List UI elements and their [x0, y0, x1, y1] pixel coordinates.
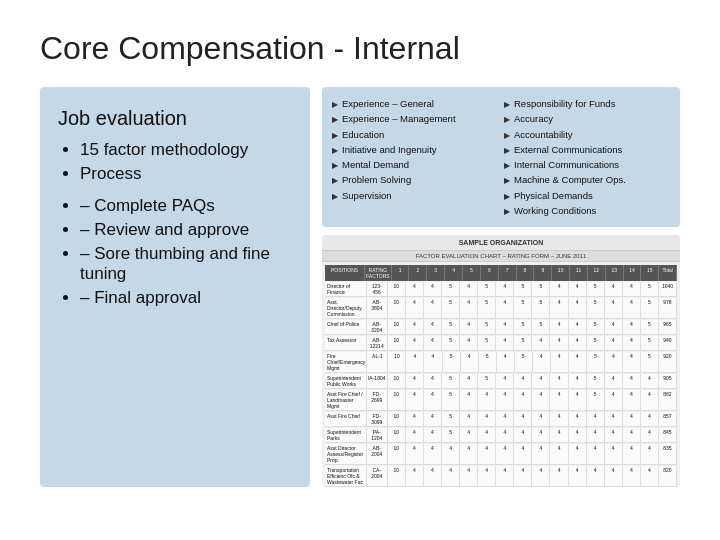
cell-2-2: 10 — [388, 320, 406, 335]
bullet-2: Process — [80, 164, 292, 184]
cell-8-3: 4 — [406, 428, 424, 443]
cell-5-14: 4 — [605, 374, 623, 389]
table-row: Asst Fire Chief / Landmaster MgmtFD-2699… — [325, 390, 677, 411]
cell-4-15: 4 — [623, 352, 641, 373]
cell-3-16: 5 — [641, 336, 659, 351]
cell-6-7: 4 — [478, 390, 496, 411]
cell-1-4: 4 — [424, 298, 442, 319]
cell-5-13: 5 — [587, 374, 605, 389]
cell-0-11: 4 — [550, 282, 568, 297]
cell-5-15: 4 — [623, 374, 641, 389]
cell-8-11: 4 — [550, 428, 568, 443]
cell-9-0: Asst Director Assess/Register Prop. — [325, 444, 367, 465]
cell-7-10: 4 — [532, 412, 550, 427]
cell-9-12: 4 — [569, 444, 587, 465]
cell-4-10: 4 — [533, 352, 551, 373]
cell-6-12: 4 — [569, 390, 587, 411]
col-header-10: 10 — [552, 265, 570, 281]
cell-3-14: 4 — [605, 336, 623, 351]
cell-2-15: 4 — [623, 320, 641, 335]
cell-3-0: Tax Assessor — [325, 336, 367, 351]
cell-10-17: 820 — [659, 466, 677, 487]
table-row: Chief of PoliceAB-3204104454545544544596… — [325, 320, 677, 335]
cell-7-11: 4 — [550, 412, 568, 427]
cell-1-7: 5 — [478, 298, 496, 319]
factor-label-4: Initiative and Ingenuity — [342, 143, 437, 156]
cell-10-9: 4 — [514, 466, 532, 487]
sub-bullet-2: Review and approve — [80, 220, 292, 240]
cell-4-16: 5 — [641, 352, 659, 373]
cell-10-14: 4 — [605, 466, 623, 487]
cell-0-14: 4 — [605, 282, 623, 297]
factor-10: ▶ Accountability — [504, 128, 670, 141]
cell-3-7: 5 — [478, 336, 496, 351]
cell-4-1: AL-1 — [367, 352, 388, 373]
cell-6-3: 4 — [406, 390, 424, 411]
factor-label-15: Working Conditions — [514, 204, 596, 217]
cell-6-11: 4 — [550, 390, 568, 411]
cell-3-2: 10 — [388, 336, 406, 351]
main-bullets: 15 factor methodology Process — [58, 140, 292, 184]
cell-5-10: 4 — [532, 374, 550, 389]
cell-6-4: 4 — [424, 390, 442, 411]
table-subtitle: FACTOR EVALUATION CHART – RATING FORM – … — [322, 251, 680, 262]
factors-box: ▶ Experience – General ▶ Experience – Ma… — [322, 87, 680, 227]
cell-4-8: 4 — [497, 352, 515, 373]
sub-bullet-1: Complete PAQs — [80, 196, 292, 216]
cell-7-3: 4 — [406, 412, 424, 427]
cell-4-5: 5 — [443, 352, 461, 373]
cell-9-9: 4 — [514, 444, 532, 465]
cell-0-8: 4 — [496, 282, 514, 297]
cell-2-8: 4 — [496, 320, 514, 335]
cell-8-17: 845 — [659, 428, 677, 443]
cell-0-2: 10 — [388, 282, 406, 297]
cell-0-1: 123-456 — [367, 282, 388, 297]
factor-3: ▶ Education — [332, 128, 498, 141]
cell-6-13: 5 — [587, 390, 605, 411]
sample-table: SAMPLE ORGANIZATION FACTOR EVALUATION CH… — [322, 235, 680, 487]
col-header-5: 5 — [463, 265, 481, 281]
col-header-1: 1 — [392, 265, 410, 281]
cell-4-0: Fire Chief/Emergency Mgmt — [325, 352, 367, 373]
factor-4: ▶ Initiative and Ingenuity — [332, 143, 498, 156]
cell-6-0: Asst Fire Chief / Landmaster Mgmt — [325, 390, 367, 411]
cell-1-9: 5 — [514, 298, 532, 319]
cell-3-9: 5 — [514, 336, 532, 351]
cell-1-15: 4 — [623, 298, 641, 319]
cell-10-12: 4 — [569, 466, 587, 487]
arrow-icon: ▶ — [504, 114, 510, 125]
cell-7-16: 4 — [641, 412, 659, 427]
table-row: Asst Fire ChiefFD-3099104454444444444485… — [325, 412, 677, 427]
cell-9-2: 10 — [388, 444, 406, 465]
cell-7-13: 4 — [587, 412, 605, 427]
cell-5-17: 905 — [659, 374, 677, 389]
col-header-total: Total — [659, 265, 677, 281]
arrow-icon: ▶ — [332, 114, 338, 125]
table-row: Transportation Efficienc Ofc & Wastewate… — [325, 466, 677, 487]
cell-8-10: 4 — [532, 428, 550, 443]
cell-9-7: 4 — [478, 444, 496, 465]
cell-7-12: 4 — [569, 412, 587, 427]
cell-10-3: 4 — [406, 466, 424, 487]
arrow-icon: ▶ — [332, 191, 338, 202]
cell-3-4: 4 — [424, 336, 442, 351]
cell-2-14: 4 — [605, 320, 623, 335]
cell-6-8: 4 — [496, 390, 514, 411]
cell-5-12: 4 — [569, 374, 587, 389]
cell-7-2: 10 — [388, 412, 406, 427]
arrow-icon: ▶ — [504, 99, 510, 110]
cell-7-1: FD-3099 — [367, 412, 388, 427]
factor-12: ▶ Internal Communications — [504, 158, 670, 171]
arrow-icon: ▶ — [332, 145, 338, 156]
factor-label-11: External Communications — [514, 143, 622, 156]
cell-1-0: Asst. Director/Deputy Commission. — [325, 298, 367, 319]
cell-3-17: 940 — [659, 336, 677, 351]
cell-4-9: 5 — [515, 352, 533, 373]
factor-2: ▶ Experience – Management — [332, 112, 498, 125]
factors-col-1: ▶ Experience – General ▶ Experience – Ma… — [332, 97, 498, 217]
cell-5-4: 4 — [424, 374, 442, 389]
col-header-9: 9 — [534, 265, 552, 281]
cell-7-17: 857 — [659, 412, 677, 427]
factor-label-2: Experience – Management — [342, 112, 456, 125]
arrow-icon: ▶ — [332, 160, 338, 171]
